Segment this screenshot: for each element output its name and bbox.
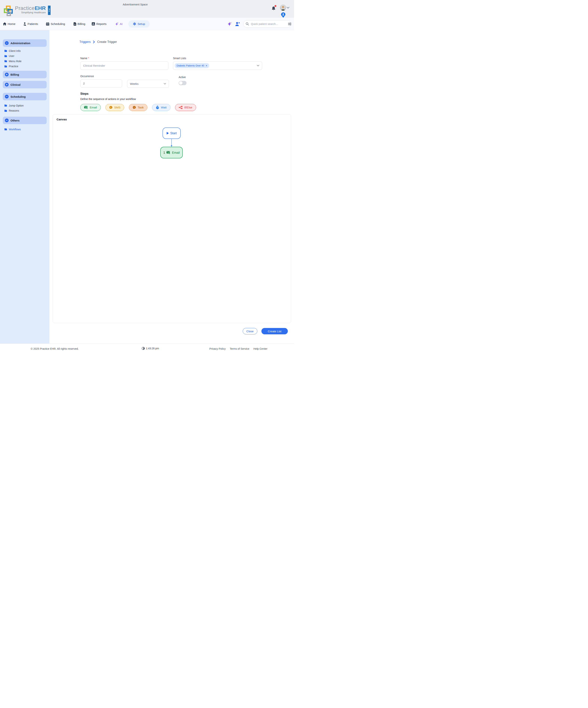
practice-ehr-app: PracticeEHR Simplifying Healthcare Pro A… <box>0 0 294 354</box>
nav-item-patients[interactable]: Patients <box>23 22 38 26</box>
step-email-button[interactable]: Email <box>80 104 101 111</box>
sidebar-item-reasons[interactable]: Reasons <box>4 108 47 113</box>
step-label: Wait <box>161 106 167 109</box>
step-label: If/Else <box>184 106 192 109</box>
task-chat-icon <box>133 106 136 109</box>
close-button[interactable]: Close <box>243 328 257 334</box>
breadcrumb-chevron-icon <box>93 40 95 43</box>
sidebar-item-label: User <box>9 55 14 57</box>
nav-item-reports[interactable]: Reports <box>92 22 106 26</box>
occurrence-unit-select[interactable]: Weeks <box>127 80 169 88</box>
workflow-canvas[interactable]: Canvas Start 1 <box>53 114 291 323</box>
folder-icon <box>4 128 7 130</box>
gear-icon <box>133 22 136 26</box>
chevron-down-icon <box>257 65 259 66</box>
logo-practice-text: Practice <box>15 6 35 11</box>
sidebar-section-others[interactable]: Others <box>3 117 47 124</box>
nav-item-billing[interactable]: $ Billing <box>74 22 85 26</box>
sidebar-item-label: Workflows <box>9 128 21 131</box>
step-ifelse-button[interactable]: If/Else <box>175 104 196 111</box>
folder-icon <box>4 60 7 62</box>
user-menu-chevron-icon[interactable] <box>287 7 290 9</box>
nav-item-home[interactable]: Home <box>3 22 16 26</box>
workflow-node-email[interactable]: 1 Email <box>160 147 183 158</box>
expand-plus-icon[interactable] <box>5 83 9 87</box>
sidebar-item-label: Client Info <box>9 50 21 52</box>
nav-item-setup[interactable]: Setup <box>128 21 150 28</box>
node-index: 1 <box>163 151 165 154</box>
privacy-policy-link[interactable]: Privacy Policy <box>209 347 226 350</box>
sidebar-section-clinical[interactable]: Clinical <box>3 81 47 88</box>
terms-of-service-link[interactable]: Terms of Service <box>230 347 249 350</box>
branch-icon <box>179 106 183 109</box>
sidebar-item-jump-option[interactable]: Jump Option <box>4 103 47 108</box>
folder-icon <box>4 104 7 107</box>
step-task-button[interactable]: Task <box>129 104 147 111</box>
collapse-minus-icon[interactable] <box>5 41 9 45</box>
notifications-bell-icon[interactable] <box>271 6 276 11</box>
nav-label: Home <box>8 22 16 26</box>
sidebar-section-billing[interactable]: Billing <box>3 71 47 78</box>
nav-label: Scheduling <box>51 22 65 26</box>
canvas-title: Canvas <box>57 118 67 121</box>
workflow-node-start[interactable]: Start <box>163 127 181 139</box>
logo-text: PracticeEHR Simplifying Healthcare <box>15 6 46 14</box>
search-input[interactable] <box>251 22 286 26</box>
logo-tagline: Simplifying Healthcare <box>15 11 46 14</box>
sidebar-item-label: Reasons <box>9 109 19 112</box>
nav-label: Patients <box>28 22 38 26</box>
name-label: Name * <box>80 57 168 60</box>
sms-chat-icon <box>109 106 113 109</box>
stopwatch-icon <box>156 106 159 109</box>
nav-item-ai[interactable]: AI <box>115 22 123 26</box>
nav-label: Billing <box>78 22 85 26</box>
step-wait-button[interactable]: Wait <box>152 104 170 111</box>
practice-ehr-logo[interactable]: PracticeEHR Simplifying Healthcare Pro <box>4 6 51 16</box>
section-label: Administration <box>10 41 30 45</box>
trigger-name-input[interactable] <box>80 61 168 70</box>
sidebar-item-workflows[interactable]: Workflows <box>4 127 47 132</box>
footer-time: 1:43:26 pm <box>142 347 159 350</box>
section-label: Scheduling <box>10 95 26 98</box>
clock-icon <box>142 347 145 350</box>
chip-remove-icon[interactable]: ✕ <box>205 64 207 67</box>
sparkle-icon[interactable] <box>227 22 232 26</box>
smart-lists-select[interactable]: Diabetic Patients Over 40 ✕ <box>173 61 262 70</box>
chevron-down-icon <box>164 83 166 85</box>
logo-ehr-text: EHR <box>35 6 46 11</box>
setup-sidebar: Administration Client Info User Menu Rol… <box>0 30 50 344</box>
collapse-minus-icon[interactable] <box>5 95 9 98</box>
notification-badge <box>274 5 276 7</box>
location-pin-icon[interactable] <box>281 12 285 18</box>
occurrence-value-input[interactable] <box>80 79 122 87</box>
sidebar-item-menu-role[interactable]: Menu Role <box>4 59 47 64</box>
chip-label: Diabetic Patients Over 40 <box>177 64 204 67</box>
node-label: Start <box>170 131 177 135</box>
sidebar-item-user[interactable]: User <box>4 54 47 59</box>
active-toggle[interactable] <box>179 81 186 85</box>
occurrence-label: Occurrence <box>80 75 122 78</box>
sidebar-item-practice[interactable]: Practice <box>4 64 47 69</box>
email-icon <box>167 151 170 154</box>
collapse-minus-icon[interactable] <box>5 118 9 122</box>
help-center-link[interactable]: Help Center <box>253 347 267 350</box>
sidebar-item-client-info[interactable]: Client Info <box>4 48 47 54</box>
quick-patient-search[interactable] <box>243 21 291 28</box>
main-content: Triggers Create Trigger Name * Smart Lis… <box>50 30 294 344</box>
sidebar-section-scheduling[interactable]: Scheduling <box>3 93 47 100</box>
nav-item-scheduling[interactable]: Scheduling <box>46 22 65 26</box>
folder-icon <box>4 50 7 52</box>
step-sms-button[interactable]: SMS <box>106 104 124 111</box>
create-list-button[interactable]: Create List <box>261 328 288 334</box>
user-avatar[interactable] <box>280 4 286 11</box>
sidebar-section-administration[interactable]: Administration <box>3 39 47 47</box>
steps-section: Steps Define the sequence of actions in … <box>80 92 196 111</box>
section-label: Billing <box>10 73 19 76</box>
step-label: Task <box>138 106 144 109</box>
breadcrumb-triggers-link[interactable]: Triggers <box>79 40 91 43</box>
filter-sliders-icon[interactable] <box>288 23 291 26</box>
footer: © 2025 Practice EHR. All rights reserved… <box>0 344 294 354</box>
add-patient-icon[interactable] <box>235 22 240 26</box>
expand-plus-icon[interactable] <box>5 72 9 77</box>
breadcrumb: Triggers Create Trigger <box>79 40 117 43</box>
